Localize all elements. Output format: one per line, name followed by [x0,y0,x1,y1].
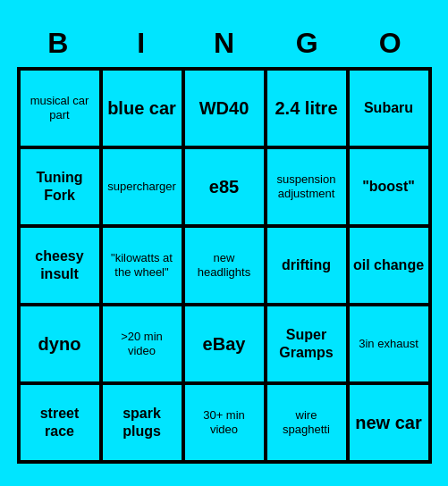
bingo-cell[interactable]: Tuning Fork [19,147,101,226]
bingo-cell[interactable]: 2.4 litre [266,69,348,147]
header-b: B [17,23,100,63]
bingo-cell[interactable]: spark plugs [101,383,183,462]
bingo-cell[interactable]: 30+ min video [183,383,266,462]
bingo-cell[interactable]: "boost" [348,147,430,226]
bingo-cell[interactable]: wire spaghetti [266,383,348,462]
header-i: I [99,23,182,63]
bingo-cell[interactable]: new headlights [183,226,266,305]
bingo-cell[interactable]: blue car [101,69,183,147]
bingo-cell[interactable]: street race [19,383,101,462]
bingo-cell[interactable]: supercharger [101,147,183,226]
bingo-header: B I N G O [17,23,432,63]
bingo-grid: musical car partblue carWD402.4 litreSub… [17,67,432,464]
bingo-cell[interactable]: e85 [183,147,266,226]
bingo-cell[interactable]: "kilowatts at the wheel" [101,226,183,305]
bingo-cell[interactable]: cheesy insult [19,226,101,305]
bingo-cell[interactable]: oil change [348,226,430,305]
bingo-cell[interactable]: suspension adjustment [266,147,348,226]
bingo-cell[interactable]: eBay [183,305,266,383]
bingo-cell[interactable]: new car [348,383,430,462]
header-g: G [266,23,349,63]
bingo-cell[interactable]: WD40 [183,69,266,147]
header-n: N [182,23,266,63]
header-o: O [349,23,432,63]
bingo-cell[interactable]: drifting [266,226,348,305]
bingo-card: B I N G O musical car partblue carWD402.… [10,16,439,471]
bingo-cell[interactable]: Super Gramps [266,305,348,383]
bingo-cell[interactable]: dyno [19,305,101,383]
bingo-cell[interactable]: >20 min video [101,305,183,383]
bingo-cell[interactable]: musical car part [19,69,101,147]
bingo-cell[interactable]: Subaru [348,69,430,147]
bingo-cell[interactable]: 3in exhaust [348,305,430,383]
